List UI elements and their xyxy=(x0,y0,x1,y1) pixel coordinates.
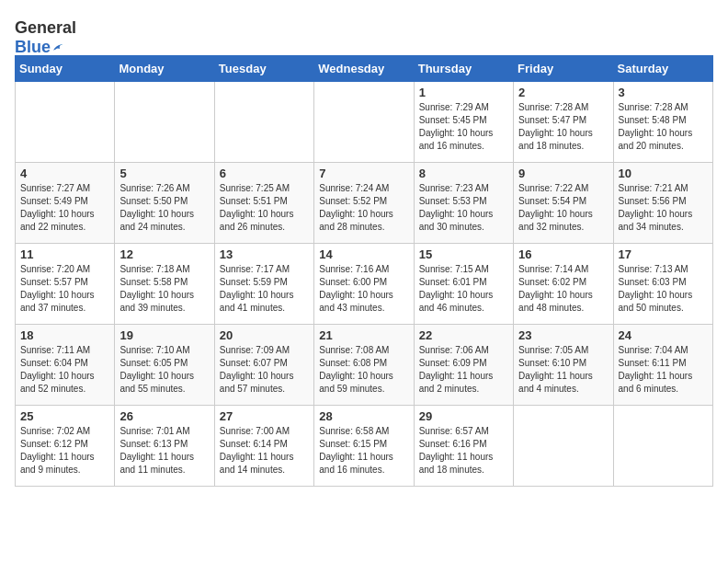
day-number: 4 xyxy=(20,167,109,180)
logo-blue-text: Blue xyxy=(15,38,51,57)
day-info: Sunrise: 7:22 AM Sunset: 5:54 PM Dayligh… xyxy=(518,182,608,234)
day-number: 2 xyxy=(518,86,608,99)
calendar-cell: 23Sunrise: 7:05 AM Sunset: 6:10 PM Dayli… xyxy=(514,325,613,406)
day-number: 23 xyxy=(518,328,608,342)
day-info: Sunrise: 7:23 AM Sunset: 5:53 PM Dayligh… xyxy=(419,182,508,234)
weekday-header-wednesday: Wednesday xyxy=(314,56,414,82)
calendar-cell: 2Sunrise: 7:28 AM Sunset: 5:47 PM Daylig… xyxy=(514,82,613,163)
calendar-week-2: 4Sunrise: 7:27 AM Sunset: 5:49 PM Daylig… xyxy=(16,163,713,244)
day-number: 16 xyxy=(518,247,608,261)
calendar-cell: 16Sunrise: 7:14 AM Sunset: 6:02 PM Dayli… xyxy=(514,244,613,325)
day-number: 22 xyxy=(419,328,508,342)
calendar-week-5: 25Sunrise: 7:02 AM Sunset: 6:12 PM Dayli… xyxy=(16,406,713,487)
day-info: Sunrise: 7:20 AM Sunset: 5:57 PM Dayligh… xyxy=(20,263,109,315)
day-info: Sunrise: 6:57 AM Sunset: 6:16 PM Dayligh… xyxy=(419,425,508,477)
calendar-cell: 26Sunrise: 7:01 AM Sunset: 6:13 PM Dayli… xyxy=(115,406,214,487)
day-number: 5 xyxy=(119,167,209,180)
day-number: 24 xyxy=(619,328,708,342)
day-number: 27 xyxy=(220,409,309,423)
day-number: 18 xyxy=(20,328,109,342)
logo: General Blue xyxy=(15,18,63,55)
day-info: Sunrise: 7:27 AM Sunset: 5:49 PM Dayligh… xyxy=(20,182,109,234)
day-info: Sunrise: 7:08 AM Sunset: 6:08 PM Dayligh… xyxy=(319,344,408,396)
calendar-week-4: 18Sunrise: 7:11 AM Sunset: 6:04 PM Dayli… xyxy=(16,325,713,406)
calendar-cell: 10Sunrise: 7:21 AM Sunset: 5:56 PM Dayli… xyxy=(613,163,712,244)
day-info: Sunrise: 7:04 AM Sunset: 6:11 PM Dayligh… xyxy=(619,344,708,396)
calendar-cell: 4Sunrise: 7:27 AM Sunset: 5:49 PM Daylig… xyxy=(16,163,115,244)
calendar-cell: 11Sunrise: 7:20 AM Sunset: 5:57 PM Dayli… xyxy=(16,244,115,325)
calendar-cell: 15Sunrise: 7:15 AM Sunset: 6:01 PM Dayli… xyxy=(414,244,513,325)
day-number: 1 xyxy=(419,86,508,99)
calendar-cell: 17Sunrise: 7:13 AM Sunset: 6:03 PM Dayli… xyxy=(613,244,712,325)
day-info: Sunrise: 7:10 AM Sunset: 6:05 PM Dayligh… xyxy=(119,344,209,396)
weekday-header-row: SundayMondayTuesdayWednesdayThursdayFrid… xyxy=(16,56,713,82)
day-info: Sunrise: 7:09 AM Sunset: 6:07 PM Dayligh… xyxy=(220,344,309,396)
day-info: Sunrise: 7:21 AM Sunset: 5:56 PM Dayligh… xyxy=(619,182,708,234)
calendar-week-1: 1Sunrise: 7:29 AM Sunset: 5:45 PM Daylig… xyxy=(16,82,713,163)
day-number: 19 xyxy=(119,328,209,342)
day-number: 14 xyxy=(319,247,408,261)
calendar-cell: 22Sunrise: 7:06 AM Sunset: 6:09 PM Dayli… xyxy=(414,325,513,406)
calendar-cell: 19Sunrise: 7:10 AM Sunset: 6:05 PM Dayli… xyxy=(115,325,214,406)
weekday-header-monday: Monday xyxy=(115,56,214,82)
day-number: 20 xyxy=(220,328,309,342)
calendar-cell xyxy=(115,82,214,163)
calendar-cell: 28Sunrise: 6:58 AM Sunset: 6:15 PM Dayli… xyxy=(314,406,414,487)
calendar-cell: 25Sunrise: 7:02 AM Sunset: 6:12 PM Dayli… xyxy=(16,406,115,487)
calendar-cell: 27Sunrise: 7:00 AM Sunset: 6:14 PM Dayli… xyxy=(214,406,313,487)
calendar-cell: 14Sunrise: 7:16 AM Sunset: 6:00 PM Dayli… xyxy=(314,244,414,325)
day-info: Sunrise: 7:26 AM Sunset: 5:50 PM Dayligh… xyxy=(119,182,209,234)
day-number: 7 xyxy=(319,167,408,180)
calendar-cell xyxy=(16,82,115,163)
calendar-cell: 3Sunrise: 7:28 AM Sunset: 5:48 PM Daylig… xyxy=(613,82,712,163)
calendar-cell: 8Sunrise: 7:23 AM Sunset: 5:53 PM Daylig… xyxy=(414,163,513,244)
day-number: 9 xyxy=(518,167,608,180)
day-info: Sunrise: 7:28 AM Sunset: 5:48 PM Dayligh… xyxy=(619,101,708,153)
day-info: Sunrise: 7:16 AM Sunset: 6:00 PM Dayligh… xyxy=(319,263,408,315)
calendar-cell: 7Sunrise: 7:24 AM Sunset: 5:52 PM Daylig… xyxy=(314,163,414,244)
day-info: Sunrise: 7:01 AM Sunset: 6:13 PM Dayligh… xyxy=(119,425,209,477)
calendar-cell: 9Sunrise: 7:22 AM Sunset: 5:54 PM Daylig… xyxy=(514,163,613,244)
day-info: Sunrise: 7:15 AM Sunset: 6:01 PM Dayligh… xyxy=(419,263,508,315)
weekday-header-tuesday: Tuesday xyxy=(214,56,313,82)
calendar-cell xyxy=(314,82,414,163)
day-number: 28 xyxy=(319,409,408,423)
logo-general: General xyxy=(15,18,76,37)
calendar-table: SundayMondayTuesdayWednesdayThursdayFrid… xyxy=(15,55,713,487)
day-number: 11 xyxy=(20,247,109,261)
day-number: 8 xyxy=(419,167,508,180)
day-number: 3 xyxy=(619,86,708,99)
day-info: Sunrise: 7:02 AM Sunset: 6:12 PM Dayligh… xyxy=(20,425,109,477)
weekday-header-saturday: Saturday xyxy=(613,56,712,82)
calendar-cell: 12Sunrise: 7:18 AM Sunset: 5:58 PM Dayli… xyxy=(115,244,214,325)
day-info: Sunrise: 7:05 AM Sunset: 6:10 PM Dayligh… xyxy=(518,344,608,396)
logo-bird-icon xyxy=(52,39,63,57)
day-number: 15 xyxy=(419,247,508,261)
day-info: Sunrise: 7:25 AM Sunset: 5:51 PM Dayligh… xyxy=(220,182,309,234)
day-number: 6 xyxy=(220,167,309,180)
calendar-cell: 20Sunrise: 7:09 AM Sunset: 6:07 PM Dayli… xyxy=(214,325,313,406)
calendar-cell: 13Sunrise: 7:17 AM Sunset: 5:59 PM Dayli… xyxy=(214,244,313,325)
weekday-header-sunday: Sunday xyxy=(16,56,115,82)
day-number: 29 xyxy=(419,409,508,423)
calendar-cell: 6Sunrise: 7:25 AM Sunset: 5:51 PM Daylig… xyxy=(214,163,313,244)
day-info: Sunrise: 6:58 AM Sunset: 6:15 PM Dayligh… xyxy=(319,425,408,477)
day-info: Sunrise: 7:11 AM Sunset: 6:04 PM Dayligh… xyxy=(20,344,109,396)
day-info: Sunrise: 7:29 AM Sunset: 5:45 PM Dayligh… xyxy=(419,101,508,153)
day-number: 10 xyxy=(619,167,708,180)
day-info: Sunrise: 7:17 AM Sunset: 5:59 PM Dayligh… xyxy=(220,263,309,315)
day-number: 26 xyxy=(119,409,209,423)
day-number: 17 xyxy=(619,247,708,261)
day-info: Sunrise: 7:18 AM Sunset: 5:58 PM Dayligh… xyxy=(119,263,209,315)
day-number: 25 xyxy=(20,409,109,423)
day-number: 21 xyxy=(319,328,408,342)
day-info: Sunrise: 7:00 AM Sunset: 6:14 PM Dayligh… xyxy=(220,425,309,477)
weekday-header-friday: Friday xyxy=(514,56,613,82)
calendar-cell: 5Sunrise: 7:26 AM Sunset: 5:50 PM Daylig… xyxy=(115,163,214,244)
weekday-header-thursday: Thursday xyxy=(414,56,513,82)
calendar-cell: 24Sunrise: 7:04 AM Sunset: 6:11 PM Dayli… xyxy=(613,325,712,406)
calendar-cell xyxy=(613,406,712,487)
day-info: Sunrise: 7:14 AM Sunset: 6:02 PM Dayligh… xyxy=(518,263,608,315)
calendar-cell: 1Sunrise: 7:29 AM Sunset: 5:45 PM Daylig… xyxy=(414,82,513,163)
day-number: 12 xyxy=(119,247,209,261)
